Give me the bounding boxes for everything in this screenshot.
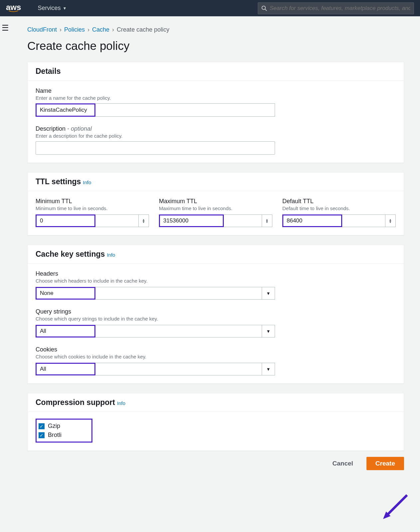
caret-down-icon: ▼ (262, 325, 275, 337)
caret-down-icon: ▾ (389, 221, 391, 223)
page-title: Create cache policy (27, 39, 404, 53)
max-ttl-help: Maximum time to live in seconds. (159, 205, 272, 211)
sidebar-toggle[interactable]: ☰ (2, 23, 9, 33)
details-heading: Details (36, 67, 61, 75)
compression-panel: Compression supportInfo ✓ Gzip ✓ Brotli (27, 393, 404, 451)
querystrings-help: Choose which query strings to include in… (36, 316, 396, 322)
cachekey-panel: Cache key settingsInfo Headers Choose wh… (27, 245, 404, 384)
top-header: aws Services ▼ (0, 0, 420, 16)
cookies-label: Cookies (36, 346, 396, 353)
cachekey-heading: Cache key settings (36, 250, 105, 258)
breadcrumb-policies[interactable]: Policies (64, 26, 85, 33)
ttl-panel: TTL settingsInfo Minimum TTL Minimum tim… (27, 172, 404, 235)
max-ttl-label: Maximum TTL (159, 198, 272, 205)
chevron-right-icon: › (112, 26, 114, 33)
desc-input[interactable] (36, 141, 275, 155)
breadcrumb: CloudFront › Policies › Cache › Create c… (27, 26, 404, 33)
cancel-button[interactable]: Cancel (324, 457, 362, 470)
querystrings-label: Query strings (36, 308, 396, 315)
headers-help: Choose which headers to include in the c… (36, 278, 396, 284)
cachekey-info-link[interactable]: Info (107, 252, 115, 258)
breadcrumb-cloudfront[interactable]: CloudFront (27, 26, 57, 33)
min-ttl-label: Minimum TTL (36, 198, 149, 205)
services-menu[interactable]: Services ▼ (38, 5, 67, 12)
name-help: Enter a name for the cache policy. (36, 95, 396, 101)
svg-line-1 (265, 9, 267, 11)
chevron-right-icon: › (87, 26, 89, 33)
create-button[interactable]: Create (366, 457, 404, 470)
compression-heading: Compression support (36, 398, 115, 407)
headers-select[interactable]: None ▼ (36, 287, 275, 300)
querystrings-select[interactable]: All ▼ (36, 325, 275, 337)
breadcrumb-cache[interactable]: Cache (92, 26, 109, 33)
action-bar: Cancel Create (27, 457, 404, 470)
svg-point-0 (262, 6, 266, 10)
def-ttl-input[interactable]: 86400 (282, 214, 342, 227)
breadcrumb-current: Create cache policy (117, 26, 169, 33)
aws-logo[interactable]: aws (6, 4, 21, 12)
svg-marker-3 (383, 512, 391, 519)
chevron-right-icon: › (60, 26, 62, 33)
search-input[interactable] (270, 5, 410, 12)
max-ttl-stepper[interactable]: ▴▾ (262, 214, 272, 227)
gzip-label: Gzip (48, 423, 60, 430)
desc-help: Enter a description for the cache policy… (36, 133, 396, 139)
name-label: Name (36, 87, 396, 94)
annotation-arrow-icon (380, 492, 410, 522)
search-icon (261, 5, 267, 11)
min-ttl-stepper[interactable]: ▴▾ (138, 214, 149, 227)
caret-down-icon: ▼ (63, 6, 67, 11)
brotli-checkbox[interactable]: ✓ (39, 432, 45, 438)
caret-down-icon: ▾ (143, 221, 145, 223)
cookies-help: Choose which cookies to include in the c… (36, 354, 396, 359)
min-ttl-input[interactable]: 0 (36, 214, 95, 227)
gzip-checkbox[interactable]: ✓ (39, 423, 45, 429)
desc-label: Description (36, 125, 66, 132)
details-panel: Details Name Enter a name for the cache … (27, 62, 404, 163)
def-ttl-label: Default TTL (282, 198, 396, 205)
caret-down-icon: ▾ (266, 221, 268, 223)
max-ttl-input[interactable]: 31536000 (159, 214, 224, 227)
svg-line-2 (387, 495, 407, 515)
ttl-info-link[interactable]: Info (83, 180, 91, 185)
aws-smile-icon (6, 10, 21, 12)
headers-label: Headers (36, 270, 396, 277)
name-input[interactable]: KinstaCachePolicy (36, 103, 275, 117)
brotli-label: Brotli (48, 432, 62, 439)
caret-down-icon: ▼ (262, 363, 275, 375)
compression-info-link[interactable]: Info (117, 400, 125, 406)
cookies-select[interactable]: All ▼ (36, 363, 275, 375)
def-ttl-stepper[interactable]: ▴▾ (385, 214, 396, 227)
def-ttl-help: Default time to live in seconds. (282, 205, 396, 211)
search-box[interactable] (258, 2, 414, 14)
min-ttl-help: Minimum time to live in seconds. (36, 205, 149, 211)
caret-down-icon: ▼ (262, 287, 275, 300)
desc-optional: - optional (66, 125, 92, 132)
ttl-heading: TTL settings (36, 177, 81, 186)
